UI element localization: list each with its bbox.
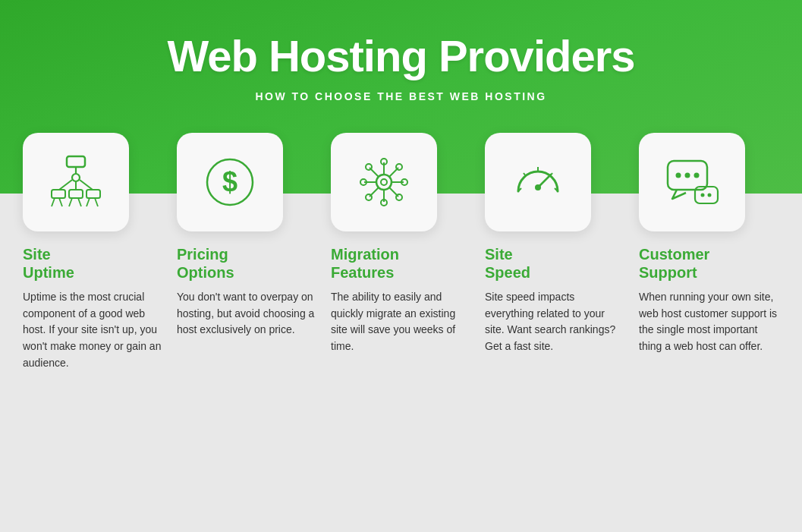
svg-line-13 <box>86 198 90 206</box>
chat-icon <box>662 152 722 212</box>
site-uptime-title: SiteUptime <box>23 245 74 282</box>
site-uptime-icon-box <box>23 133 129 231</box>
svg-line-12 <box>78 198 81 206</box>
card-site-uptime: SiteUptime Uptime is the most crucial co… <box>23 133 163 371</box>
network-icon <box>46 152 106 212</box>
page-wrapper: Web Hosting Providers HOW TO CHOOSE THE … <box>0 0 802 532</box>
svg-point-41 <box>535 184 541 190</box>
svg-point-34 <box>366 194 372 200</box>
migration-icon-box <box>331 133 437 231</box>
svg-point-45 <box>694 173 700 178</box>
card-site-speed: SiteSpeed Site speed impacts everything … <box>485 133 625 371</box>
speedometer-icon <box>508 152 568 212</box>
svg-line-5 <box>80 180 93 190</box>
site-speed-desc: Site speed impacts everything related to… <box>485 289 625 355</box>
svg-point-43 <box>676 173 681 178</box>
svg-point-48 <box>708 194 712 197</box>
card-migration-features: MigrationFeatures The ability to easily … <box>331 133 471 371</box>
svg-point-28 <box>366 164 372 170</box>
svg-line-10 <box>59 198 62 206</box>
svg-line-9 <box>52 198 55 206</box>
svg-rect-6 <box>52 190 65 198</box>
pricing-options-desc: You don't want to overpay on hosting, bu… <box>177 289 317 338</box>
card-customer-support: CustomerSupport When running your own si… <box>639 133 779 371</box>
svg-line-11 <box>69 198 72 206</box>
site-uptime-desc: Uptime is the most crucial component of … <box>23 289 163 371</box>
svg-line-36 <box>524 173 526 176</box>
svg-line-3 <box>59 180 72 190</box>
customer-support-icon-box <box>639 133 745 231</box>
svg-line-14 <box>95 198 98 206</box>
svg-text:$: $ <box>222 166 237 197</box>
content-section: SiteUptime Uptime is the most crucial co… <box>0 194 802 532</box>
gear-network-icon <box>354 152 414 212</box>
migration-features-desc: The ability to easily and quickly migrat… <box>331 289 471 355</box>
pricing-options-title: PricingOptions <box>177 245 234 282</box>
customer-support-desc: When running your own site, web host cus… <box>639 289 779 355</box>
site-speed-title: SiteSpeed <box>485 245 530 282</box>
customer-support-title: CustomerSupport <box>639 245 709 282</box>
svg-point-2 <box>72 174 80 181</box>
page-title: Web Hosting Providers <box>167 30 634 81</box>
svg-point-30 <box>396 194 402 200</box>
cards-row: SiteUptime Uptime is the most crucial co… <box>23 133 779 371</box>
svg-point-32 <box>396 164 402 170</box>
svg-rect-8 <box>86 190 100 198</box>
svg-point-18 <box>381 179 387 185</box>
card-pricing-options: $ PricingOptions You don't want to overp… <box>177 133 317 371</box>
pricing-icon-box: $ <box>177 133 283 231</box>
svg-point-44 <box>685 173 690 178</box>
svg-rect-7 <box>69 190 83 198</box>
migration-features-title: MigrationFeatures <box>331 245 399 282</box>
page-subtitle: HOW TO CHOOSE THE BEST WEB HOSTING <box>255 90 546 102</box>
svg-rect-0 <box>67 156 85 167</box>
site-speed-icon-box <box>485 133 591 231</box>
dollar-icon: $ <box>200 152 260 212</box>
svg-point-47 <box>701 194 705 197</box>
